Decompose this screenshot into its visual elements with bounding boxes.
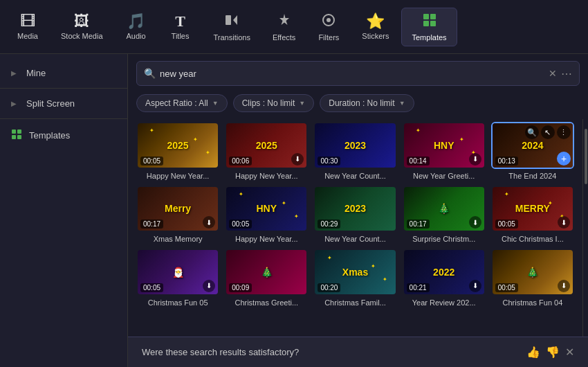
- sidebar-split-label: Split Screen: [26, 98, 75, 109]
- nav-templates[interactable]: Templates: [401, 8, 457, 46]
- thumb-text: HNY: [257, 203, 277, 214]
- sidebar-item-split-screen[interactable]: ▶ Split Screen: [0, 91, 127, 116]
- template-item-5[interactable]: 2024 00:13 🔍 ↖ ⋮ + The End 2024: [491, 122, 574, 180]
- template-item-6[interactable]: Merry 00:17 ⬇ Xmas Memory: [136, 186, 219, 244]
- template-item-2[interactable]: 2025 00:06 ⬇ Happy New Year...: [225, 122, 308, 180]
- more-button[interactable]: ⋮: [557, 125, 571, 139]
- search-icon: 🔍: [144, 68, 156, 79]
- thumb-wrapper: 🎄 00:09: [225, 249, 308, 296]
- nav-stock-media[interactable]: 🖼 Stock Media: [51, 10, 113, 44]
- sidebar-divider-2: [0, 118, 127, 119]
- template-item-7[interactable]: ✦✦✦ HNY 00:05 Happy New Year...: [225, 186, 308, 244]
- thumbnail: ✦✦✦ 2025 00:05: [138, 123, 218, 168]
- search-bar: 🔍 ✕ ⋯: [136, 61, 580, 86]
- item-label: Christmas Famil...: [313, 298, 396, 307]
- template-item-1[interactable]: ✦✦✦ 2025 00:05 Happy New Year...: [136, 122, 219, 180]
- templates-side-icon: [11, 129, 22, 142]
- nav-media[interactable]: 🎞 Media: [7, 10, 48, 44]
- satisfaction-bar: Were these search results satisfactory? …: [128, 337, 588, 367]
- sidebar-item-mine[interactable]: ▶ Mine: [0, 61, 127, 85]
- thumbnail: ✦✦✦ Xmas 00:20: [315, 250, 395, 294]
- template-item-3[interactable]: 2023 00:30 New Year Count...: [313, 122, 396, 180]
- item-label: Year Review 202...: [403, 298, 486, 307]
- download-icon: ⬇: [469, 153, 481, 165]
- filter-clips[interactable]: Clips : No limit ▼: [233, 94, 315, 112]
- thumb-text: MERRY: [515, 203, 550, 214]
- filter-duration[interactable]: Duration : No limit ▼: [320, 94, 414, 112]
- item-label: New Year Count...: [313, 172, 396, 180]
- search-input[interactable]: [160, 69, 549, 79]
- nav-stickers[interactable]: ⭐ Stickers: [352, 10, 398, 44]
- svg-rect-5: [430, 14, 436, 19]
- sidebar: ▶ Mine ▶ Split Screen Templates: [0, 54, 128, 367]
- stock-media-icon: 🖼: [74, 14, 89, 29]
- template-item-11[interactable]: 🎅 00:05 ⬇ Christmas Fun 05: [136, 249, 219, 307]
- filter-aspect-ratio[interactable]: Aspect Ratio : All ▼: [136, 94, 228, 112]
- nav-effects[interactable]: Effects: [263, 8, 305, 46]
- scroll-track[interactable]: [582, 119, 588, 337]
- sidebar-divider-1: [0, 88, 127, 89]
- cursor-button[interactable]: ↖: [541, 125, 555, 139]
- duration-badge: 00:05: [140, 156, 163, 165]
- thumbnail: 🎅 00:05 ⬇: [138, 250, 218, 294]
- thumb-text: 🎄: [526, 267, 538, 278]
- item-label: New Year Count...: [313, 235, 396, 243]
- download-icon: ⬇: [469, 216, 481, 229]
- nav-titles[interactable]: T Titles: [160, 10, 201, 44]
- template-item-9[interactable]: 🎄 00:17 ⬇ Surprise Christm...: [403, 186, 486, 244]
- thumbnail: Merry 00:17 ⬇: [138, 187, 218, 231]
- item-label: Christmas Fun 05: [136, 298, 219, 307]
- nav-audio[interactable]: 🎵 Audio: [116, 10, 157, 44]
- satisfaction-close-button[interactable]: ✕: [565, 346, 574, 359]
- nav-stock-media-label: Stock Media: [61, 32, 103, 40]
- filter-clips-label: Clips : No limit: [242, 98, 295, 108]
- svg-marker-1: [233, 15, 237, 25]
- thumbnail: ✦✦✦ HNY 00:14 ⬇: [404, 123, 484, 168]
- svg-point-3: [327, 18, 331, 22]
- template-item-4[interactable]: ✦✦✦ HNY 00:14 ⬇ New Year Greeti...: [403, 122, 486, 180]
- svg-rect-4: [423, 14, 429, 19]
- item-label: Chic Christmas I...: [491, 235, 574, 243]
- titles-icon: T: [175, 14, 185, 29]
- add-button[interactable]: +: [557, 152, 571, 165]
- thumb-wrapper: 2025 00:06 ⬇: [225, 122, 308, 169]
- svg-rect-7: [430, 21, 436, 26]
- search-clear-icon[interactable]: ✕: [549, 68, 557, 79]
- filters-icon: [321, 12, 336, 30]
- thumb-wrapper: Merry 00:17 ⬇: [136, 186, 219, 233]
- stickers-icon: ⭐: [366, 14, 385, 29]
- thumb-wrapper: ✦✦✦ Xmas 00:20: [313, 249, 396, 296]
- item-label: Christmas Greeti...: [225, 298, 308, 307]
- duration-badge: 00:09: [229, 283, 252, 292]
- duration-badge: 00:20: [318, 283, 340, 292]
- duration-badge: 00:05: [495, 283, 518, 292]
- transitions-icon: [224, 12, 239, 30]
- template-item-8[interactable]: 2023 00:29 New Year Count...: [313, 186, 396, 244]
- thumbnail: 2022 00:21 ⬇: [404, 250, 484, 294]
- thumbdown-button[interactable]: 👎: [546, 346, 560, 359]
- template-item-10[interactable]: ✦✦✦ MERRY 00:05 ⬇ Chic Christmas I...: [491, 186, 574, 244]
- item-label: Xmas Memory: [136, 235, 219, 243]
- template-item-13[interactable]: ✦✦✦ Xmas 00:20 Christmas Famil...: [313, 249, 396, 307]
- template-item-12[interactable]: 🎄 00:09 Christmas Greeti...: [225, 249, 308, 307]
- nav-transitions[interactable]: Transitions: [204, 8, 260, 46]
- thumbnail: 2025 00:06 ⬇: [226, 123, 306, 168]
- preview-button[interactable]: 🔍: [525, 125, 539, 139]
- thumbup-button[interactable]: 👍: [526, 346, 540, 359]
- sidebar-item-templates[interactable]: Templates: [0, 122, 127, 149]
- thumbnail: 🎄 00:17 ⬇: [404, 187, 484, 231]
- template-item-14[interactable]: 2022 00:21 ⬇ Year Review 202...: [403, 249, 486, 307]
- thumb-text: Merry: [165, 203, 191, 214]
- search-more-icon[interactable]: ⋯: [561, 67, 572, 80]
- thumb-text: 2025: [167, 140, 189, 151]
- thumb-text: HNY: [434, 140, 454, 151]
- thumb-wrapper: ✦✦✦ MERRY 00:05 ⬇: [491, 186, 574, 233]
- item-label: Happy New Year...: [225, 235, 308, 243]
- thumb-wrapper: 🎄 00:17 ⬇: [403, 186, 486, 233]
- nav-filters[interactable]: Filters: [308, 8, 349, 46]
- scroll-thumb: [585, 129, 587, 184]
- template-item-15[interactable]: 🎄 00:05 ⬇ Christmas Fun 04: [491, 249, 574, 307]
- clips-arrow-icon: ▼: [299, 100, 305, 107]
- duration-badge: 00:05: [140, 283, 163, 292]
- template-grid-container: ✦✦✦ 2025 00:05 Happy New Year... 2025 00…: [128, 119, 582, 337]
